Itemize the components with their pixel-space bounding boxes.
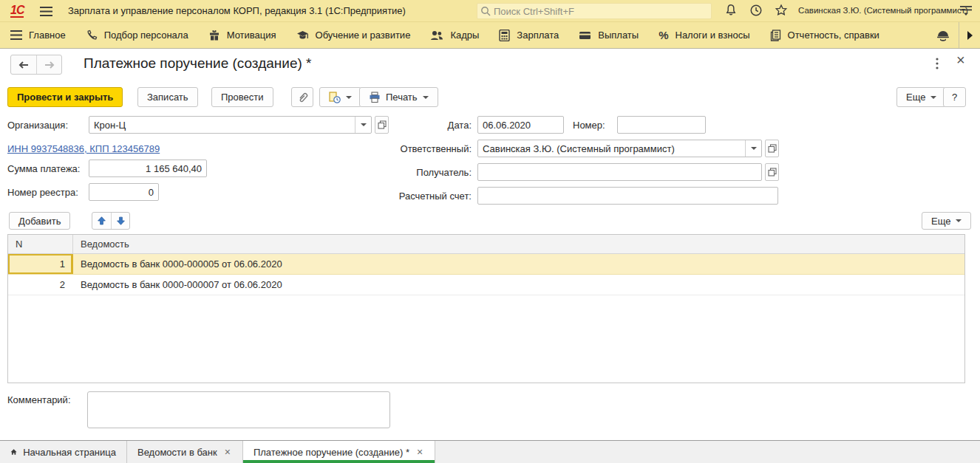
people-icon [430, 30, 443, 41]
graduation-icon [296, 30, 309, 41]
payment-order-form: Платежное поручение (создание) * × Прове… [0, 49, 980, 440]
chevron-down-icon [956, 219, 962, 222]
choose-icon [768, 168, 777, 176]
notifications-bell-icon[interactable] [723, 4, 739, 20]
tab-close-icon[interactable]: × [223, 446, 232, 458]
sum-input[interactable] [89, 160, 207, 177]
back-arrow-icon [18, 60, 30, 70]
responsible-combo [477, 140, 762, 157]
section-kadry[interactable]: Кадры [430, 30, 479, 41]
page-title: Платежное поручение (создание) * [84, 55, 312, 72]
row-statement-cell[interactable]: Ведомость в банк 0000-000005 от 06.06.20… [73, 258, 964, 270]
history-nav [10, 55, 62, 75]
move-row-buttons [92, 212, 130, 230]
section-nalogi[interactable]: % Налоги и взносы [659, 29, 749, 41]
percent-icon: % [659, 29, 668, 41]
post-and-close-button[interactable]: Провести и закрыть [7, 87, 123, 107]
section-motivaciya[interactable]: Мотивация [208, 30, 276, 41]
sections-menu: Главное Подбор персонала Мотивация Обуче… [0, 22, 980, 49]
home-icon [10, 447, 17, 457]
history-clock-icon[interactable] [748, 4, 764, 20]
chevron-down-icon [423, 96, 429, 99]
arrow-up-icon [97, 216, 106, 226]
number-input[interactable] [617, 116, 706, 134]
forward-arrow-icon [44, 60, 55, 70]
paperclip-icon [297, 92, 308, 103]
1c-logo[interactable]: 1С [10, 4, 24, 18]
search-icon [480, 6, 491, 17]
report-icon [770, 30, 781, 41]
number-label: Номер: [573, 120, 605, 131]
sum-label: Сумма платежа: [7, 163, 80, 174]
close-form-icon[interactable]: × [956, 52, 965, 69]
phone-icon [86, 30, 98, 41]
wallet-icon [579, 30, 591, 41]
hamburger-icon [10, 30, 22, 40]
section-vyplaty[interactable]: Выплаты [579, 30, 639, 41]
recipient-label: Получатель: [362, 167, 472, 178]
registry-input[interactable] [89, 183, 159, 201]
tab-statements[interactable]: Ведомости в банк × [127, 441, 243, 463]
gift-icon [208, 30, 220, 41]
forward-button[interactable] [36, 55, 61, 74]
favorites-star-icon[interactable] [773, 4, 789, 20]
post-button[interactable]: Провести [211, 87, 273, 107]
tab-payment-order[interactable]: Платежное поручение (создание) * × [243, 441, 435, 463]
row-number-cell[interactable]: 1 [8, 254, 73, 274]
org-label: Организация: [7, 120, 68, 131]
attachments-button[interactable] [291, 87, 313, 107]
kebab-menu-icon[interactable] [936, 58, 939, 72]
recipient-input[interactable] [477, 163, 762, 181]
section-otchetnost[interactable]: Отчетность, справки [770, 30, 879, 41]
section-zarplata[interactable]: Зарплата [499, 30, 559, 41]
inn-kpp-link[interactable]: ИНН 9937548836, КПП 123456789 [7, 143, 160, 154]
form-more-button[interactable]: Еще [896, 87, 946, 107]
row-number-cell[interactable]: 2 [8, 275, 73, 295]
helmet-icon[interactable] [928, 22, 959, 48]
more-sections-arrow-icon[interactable] [959, 22, 980, 48]
recipient-choose-button[interactable] [765, 163, 779, 181]
tab-home[interactable]: Начальная страница [0, 441, 127, 463]
write-button[interactable]: Записать [137, 87, 198, 107]
search-input[interactable] [494, 4, 708, 18]
user-menu-icon[interactable] [959, 5, 973, 19]
app-title: Зарплата и управление персоналом КОРП, р… [68, 5, 406, 16]
back-button[interactable] [11, 55, 36, 74]
top-bar: 1С Зарплата и управление персоналом КОРП… [0, 0, 980, 22]
section-glavnoe[interactable]: Главное [10, 30, 66, 41]
comment-input[interactable] [87, 391, 390, 428]
table-more-button[interactable]: Еще [922, 212, 971, 230]
comment-label: Комментарий: [7, 394, 71, 405]
org-input[interactable] [89, 117, 355, 133]
account-input[interactable] [477, 187, 778, 205]
table-row[interactable]: 1 Ведомость в банк 0000-000005 от 06.06.… [8, 254, 964, 275]
responsible-input[interactable] [478, 140, 745, 157]
help-button[interactable]: ? [943, 87, 966, 107]
print-dropdown-button[interactable]: Печать [359, 87, 438, 107]
arrow-down-icon [116, 216, 126, 226]
responsible-choose-button[interactable] [765, 140, 779, 157]
row-statement-cell[interactable]: Ведомость в банк 0000-000007 от 06.06.20… [73, 279, 964, 290]
document-clock-icon [329, 92, 341, 103]
printer-icon [369, 92, 381, 103]
reminder-dropdown-button[interactable] [319, 87, 361, 107]
responsible-label: Ответственный: [362, 143, 472, 154]
tab-close-icon[interactable]: × [415, 446, 424, 458]
table-header: N Ведомость [8, 235, 964, 254]
org-combo [89, 116, 372, 134]
date-field [477, 116, 564, 134]
col-n-header[interactable]: N [8, 235, 73, 253]
registry-label: Номер реестра: [7, 187, 78, 198]
move-down-button[interactable] [111, 213, 129, 229]
responsible-dropdown-icon[interactable] [745, 140, 761, 157]
section-podbor-personala[interactable]: Подбор персонала [86, 30, 188, 41]
add-row-button[interactable]: Добавить [9, 212, 70, 230]
main-menu-icon[interactable] [40, 5, 52, 17]
col-statement-header[interactable]: Ведомость [73, 239, 964, 250]
section-obuchenie[interactable]: Обучение и развитие [296, 30, 411, 41]
current-user[interactable]: Савинская З.Ю. (Системный программист) [798, 6, 968, 15]
date-label: Дата: [362, 120, 472, 131]
table-row[interactable]: 2 Ведомость в банк 0000-000007 от 06.06.… [8, 275, 964, 295]
chevron-down-icon [930, 96, 936, 99]
move-up-button[interactable] [92, 213, 111, 229]
